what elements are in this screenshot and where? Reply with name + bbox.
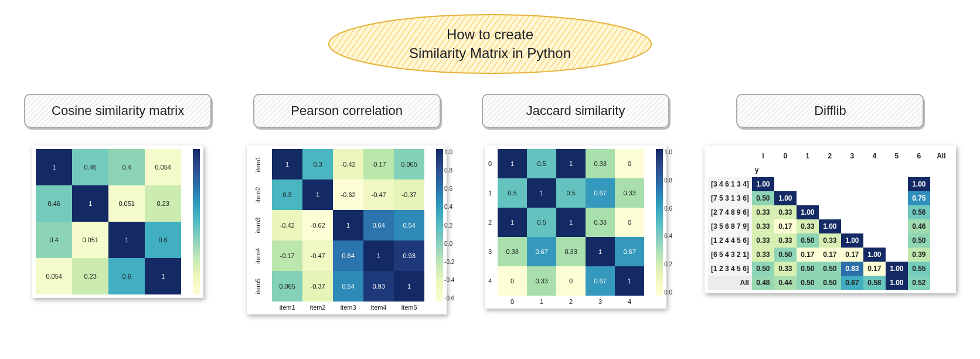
heatmap-cell: 1 (586, 237, 615, 266)
y-tick: item1 (255, 157, 262, 172)
table-cell: 0.50 (797, 233, 819, 248)
table-cell: 0.33 (797, 219, 819, 233)
heatmap-cell: -0.42 (272, 210, 302, 241)
table-cell: 0.44 (774, 276, 797, 290)
heatmap-cell: -0.47 (302, 241, 333, 271)
heatmap-cell: 0.64 (333, 241, 363, 271)
heatmap-cell: 1 (36, 149, 72, 185)
table-cell: 0.17 (863, 262, 886, 276)
table-cell: 1.00 (797, 205, 819, 219)
table-cell: 1.00 (863, 248, 886, 262)
x-tick: item5 (394, 304, 424, 311)
table-row-header: [7 5 3 1 3 6] (708, 191, 752, 205)
colorbar: 1.00.80.60.40.20.0 (656, 149, 663, 296)
table-cell: 0.33 (752, 248, 774, 262)
table-row: [1 2 3 4 5 6]0.500.330.500.500.830.171.0… (708, 262, 952, 276)
heatmap-cell: 0.33 (527, 266, 556, 296)
heatmap-cell: 0.33 (586, 149, 615, 178)
table-cell (819, 205, 841, 219)
panel-cosine: Cosine similarity matrix 10.460.40.0540.… (24, 94, 212, 298)
colorbar-tick: -0.4 (444, 277, 454, 283)
heatmap-cell: 0.6 (145, 222, 181, 258)
page-title: How to create Similarity Matrix in Pytho… (326, 12, 654, 76)
table-cell: 0.33 (752, 233, 774, 248)
panel-difflib: Difflib i0123456Ally[3 4 6 1 3 4]1.001.0… (705, 94, 956, 293)
table-cell (863, 177, 886, 191)
colorbar-tick: 0.0 (664, 289, 672, 296)
table-cell: 0.50 (752, 191, 774, 205)
y-tick: 2 (488, 219, 492, 226)
heatmap-ylabels: item1item2item3item4item5 (250, 149, 268, 302)
heatmap-cell: 0.33 (498, 237, 527, 266)
colorbar-tick: -0.6 (444, 295, 454, 302)
heatmap-cell: 1 (145, 258, 181, 294)
table-cell: 0.17 (819, 248, 841, 262)
table-cell (819, 177, 841, 191)
table-cell (863, 233, 886, 248)
colorbar-ticks: 1.00.80.60.40.20.0-0.2-0.4-0.6 (444, 149, 454, 302)
table-second-header: y (752, 163, 774, 177)
x-tick: 2 (556, 298, 586, 305)
colorbar-ticks: 1.00.80.60.40.20.0 (664, 149, 672, 296)
colorbar (193, 149, 200, 294)
heatmap-cell: 0 (615, 149, 644, 178)
heatmap-cell: 1 (363, 241, 394, 271)
heatmap-cell: 1 (615, 266, 644, 296)
colorbar-tick: 0.2 (444, 222, 454, 229)
table-cell: 0.50 (774, 248, 797, 262)
heatmap-cell: 0.5 (498, 178, 527, 208)
table-row: [2 7 4 8 9 6]0.330.331.000.56 (708, 205, 952, 219)
table-cell: 0.52 (908, 276, 930, 290)
chart-pearson: item1item2item3item4item510.3-0.42-0.170… (247, 145, 447, 314)
table-cell (841, 191, 863, 205)
heatmap-cell: 0.33 (556, 237, 586, 266)
x-tick: 4 (615, 298, 644, 305)
heatmap-cell: 1 (72, 185, 108, 222)
heatmap-cell: 0.64 (363, 210, 394, 241)
table-cell (819, 191, 841, 205)
heatmap-cell: 0.67 (615, 237, 644, 266)
colorbar-tick: 0.8 (444, 167, 454, 174)
table-row-header: [3 5 6 8 7 9] (708, 219, 752, 233)
heatmap-cell: 0.54 (333, 271, 363, 302)
x-tick: item1 (272, 304, 302, 311)
heatmap-cell: 0.46 (72, 149, 108, 185)
table-col-header: i (752, 149, 774, 163)
heatmap-cell: -0.17 (272, 241, 302, 271)
table-col-header: 6 (908, 149, 930, 163)
heatmap-cell: 0.3 (302, 149, 333, 180)
table-cell: 0.33 (819, 233, 841, 248)
heatmap-cell: 0.4 (36, 222, 72, 258)
table-cell: 1.00 (841, 233, 863, 248)
heatmap-cell: 0 (556, 266, 586, 296)
table-cell: 1.00 (819, 219, 841, 233)
heatmap-cell: 0.4 (108, 149, 145, 185)
heatmap-cell: 1 (527, 178, 556, 208)
panel-pearson: Pearson correlation item1item2item3item4… (247, 94, 447, 314)
table-cell (797, 191, 819, 205)
y-tick: 4 (488, 277, 492, 285)
table-cell: 0.56 (908, 205, 930, 219)
table-cell (841, 205, 863, 219)
table-cell (841, 177, 863, 191)
heatmap-cell: 1 (556, 208, 586, 237)
table-cell (886, 205, 908, 219)
table-cell: 0.17 (774, 219, 797, 233)
heatmap-xlabels: item1item2item3item4item5 (272, 302, 424, 311)
heatmap-cell: 0 (498, 266, 527, 296)
heatmap-cell: 0.051 (108, 185, 145, 222)
label-pearson: Pearson correlation (253, 94, 441, 128)
heatmap-cell: 0.67 (527, 237, 556, 266)
table-col-header: 4 (863, 149, 886, 163)
table-row: [1 2 4 4 5 6]0.330.330.500.331.000.50 (708, 233, 952, 248)
heatmap-cell: 0.3 (272, 180, 302, 210)
heatmap-xlabels: 01234 (498, 296, 644, 305)
table-col-header: 3 (841, 149, 863, 163)
x-tick: 3 (586, 298, 615, 305)
heatmap-cell: -0.62 (333, 180, 363, 210)
table-cell: 0.33 (774, 205, 797, 219)
heatmap-cell: 0.065 (394, 149, 424, 180)
table-row: [6 5 4 3 2 1]0.330.500.170.170.171.000.3… (708, 248, 952, 262)
label-cosine: Cosine similarity matrix (24, 94, 212, 128)
colorbar-tick: 0.2 (664, 261, 672, 267)
